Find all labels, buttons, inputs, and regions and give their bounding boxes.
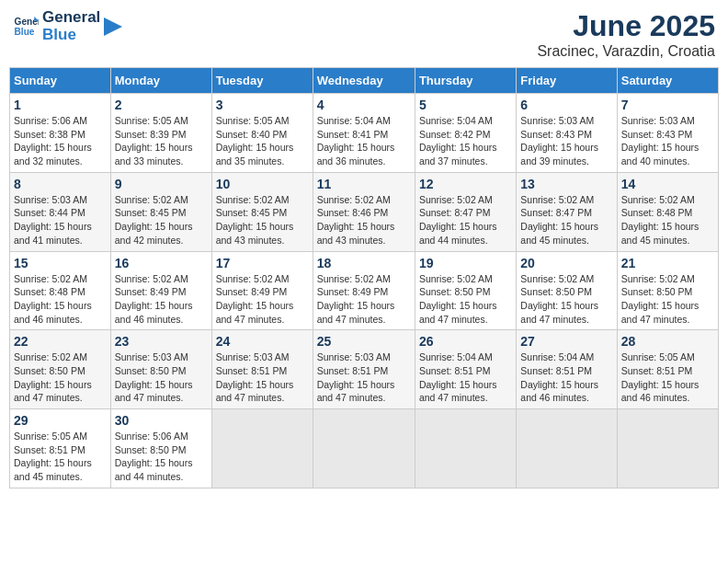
day-info: Sunrise: 5:04 AMSunset: 8:51 PMDaylight:… bbox=[419, 350, 512, 405]
calendar-cell: 30Sunrise: 5:06 AMSunset: 8:50 PMDayligh… bbox=[110, 409, 211, 488]
day-number: 16 bbox=[115, 256, 208, 270]
day-number: 23 bbox=[115, 334, 208, 349]
header-saturday: Saturday bbox=[617, 68, 718, 94]
week-row-3: 15Sunrise: 5:02 AMSunset: 8:48 PMDayligh… bbox=[10, 251, 719, 330]
calendar-cell: 20Sunrise: 5:02 AMSunset: 8:50 PMDayligh… bbox=[517, 251, 617, 330]
calendar-cell: 11Sunrise: 5:02 AMSunset: 8:46 PMDayligh… bbox=[313, 172, 415, 251]
logo-arrow-icon bbox=[104, 17, 122, 36]
day-info: Sunrise: 5:02 AMSunset: 8:48 PMDaylight:… bbox=[621, 193, 714, 247]
calendar-cell: 16Sunrise: 5:02 AMSunset: 8:49 PMDayligh… bbox=[110, 251, 211, 330]
day-number: 10 bbox=[216, 177, 309, 191]
calendar-cell: 19Sunrise: 5:02 AMSunset: 8:50 PMDayligh… bbox=[415, 251, 516, 330]
day-number: 2 bbox=[115, 98, 208, 112]
header-sunday: Sunday bbox=[10, 68, 111, 94]
title-area: June 2025 Sracinec, Varazdin, Croatia bbox=[537, 9, 715, 60]
day-info: Sunrise: 5:02 AMSunset: 8:45 PMDaylight:… bbox=[115, 193, 208, 247]
day-number: 9 bbox=[115, 177, 208, 191]
day-info: Sunrise: 5:02 AMSunset: 8:46 PMDaylight:… bbox=[317, 193, 411, 247]
logo-general: General bbox=[42, 9, 100, 27]
header-tuesday: Tuesday bbox=[211, 68, 313, 94]
week-row-5: 29Sunrise: 5:05 AMSunset: 8:51 PMDayligh… bbox=[10, 409, 719, 488]
calendar-cell: 8Sunrise: 5:03 AMSunset: 8:44 PMDaylight… bbox=[10, 172, 111, 251]
day-info: Sunrise: 5:02 AMSunset: 8:49 PMDaylight:… bbox=[216, 272, 309, 327]
day-info: Sunrise: 5:02 AMSunset: 8:50 PMDaylight:… bbox=[621, 272, 714, 327]
day-number: 15 bbox=[14, 256, 107, 270]
day-number: 7 bbox=[621, 98, 714, 112]
day-number: 12 bbox=[419, 177, 512, 191]
calendar-cell: 25Sunrise: 5:03 AMSunset: 8:51 PMDayligh… bbox=[313, 330, 415, 409]
day-info: Sunrise: 5:06 AMSunset: 8:50 PMDaylight:… bbox=[115, 430, 208, 484]
day-info: Sunrise: 5:03 AMSunset: 8:50 PMDaylight:… bbox=[115, 350, 208, 405]
logo-blue: Blue bbox=[42, 27, 100, 44]
calendar-cell bbox=[517, 409, 617, 488]
day-info: Sunrise: 5:04 AMSunset: 8:42 PMDaylight:… bbox=[419, 114, 512, 168]
calendar-cell: 23Sunrise: 5:03 AMSunset: 8:50 PMDayligh… bbox=[110, 330, 211, 409]
day-info: Sunrise: 5:05 AMSunset: 8:51 PMDaylight:… bbox=[621, 350, 714, 405]
day-info: Sunrise: 5:04 AMSunset: 8:51 PMDaylight:… bbox=[520, 350, 612, 405]
day-number: 3 bbox=[216, 98, 309, 112]
day-number: 24 bbox=[216, 334, 309, 349]
day-number: 1 bbox=[14, 98, 107, 112]
calendar-cell: 1Sunrise: 5:06 AMSunset: 8:38 PMDaylight… bbox=[10, 94, 111, 173]
header-friday: Friday bbox=[517, 68, 617, 94]
sub-title: Sracinec, Varazdin, Croatia bbox=[537, 43, 715, 60]
header-monday: Monday bbox=[110, 68, 211, 94]
day-number: 13 bbox=[520, 177, 612, 191]
day-info: Sunrise: 5:02 AMSunset: 8:47 PMDaylight:… bbox=[520, 193, 612, 247]
day-number: 5 bbox=[419, 98, 512, 112]
calendar-cell: 26Sunrise: 5:04 AMSunset: 8:51 PMDayligh… bbox=[415, 330, 516, 409]
day-info: Sunrise: 5:05 AMSunset: 8:39 PMDaylight:… bbox=[115, 114, 208, 168]
header-wednesday: Wednesday bbox=[313, 68, 415, 94]
day-number: 19 bbox=[419, 256, 512, 270]
day-number: 22 bbox=[14, 334, 107, 349]
day-number: 20 bbox=[520, 256, 612, 270]
calendar-cell bbox=[313, 409, 415, 488]
calendar-cell: 4Sunrise: 5:04 AMSunset: 8:41 PMDaylight… bbox=[313, 94, 415, 173]
calendar-cell: 5Sunrise: 5:04 AMSunset: 8:42 PMDaylight… bbox=[415, 94, 516, 173]
calendar-cell: 22Sunrise: 5:02 AMSunset: 8:50 PMDayligh… bbox=[10, 330, 111, 409]
day-info: Sunrise: 5:03 AMSunset: 8:43 PMDaylight:… bbox=[520, 114, 612, 168]
day-number: 27 bbox=[520, 334, 612, 349]
calendar-cell: 21Sunrise: 5:02 AMSunset: 8:50 PMDayligh… bbox=[617, 251, 718, 330]
header-row: SundayMondayTuesdayWednesdayThursdayFrid… bbox=[10, 68, 719, 94]
calendar-cell: 13Sunrise: 5:02 AMSunset: 8:47 PMDayligh… bbox=[517, 172, 617, 251]
calendar-cell: 28Sunrise: 5:05 AMSunset: 8:51 PMDayligh… bbox=[617, 330, 718, 409]
day-info: Sunrise: 5:02 AMSunset: 8:49 PMDaylight:… bbox=[317, 272, 411, 327]
day-number: 6 bbox=[520, 98, 612, 112]
calendar-cell: 17Sunrise: 5:02 AMSunset: 8:49 PMDayligh… bbox=[211, 251, 313, 330]
svg-text:Blue: Blue bbox=[15, 27, 35, 37]
calendar-cell: 15Sunrise: 5:02 AMSunset: 8:48 PMDayligh… bbox=[10, 251, 111, 330]
day-number: 25 bbox=[317, 334, 411, 349]
day-number: 21 bbox=[621, 256, 714, 270]
day-number: 17 bbox=[216, 256, 309, 270]
svg-marker-4 bbox=[104, 17, 122, 36]
day-info: Sunrise: 5:06 AMSunset: 8:38 PMDaylight:… bbox=[14, 114, 107, 168]
header: General Blue General Blue June 2025 Srac… bbox=[9, 9, 719, 60]
day-info: Sunrise: 5:03 AMSunset: 8:51 PMDaylight:… bbox=[216, 350, 309, 405]
calendar-cell: 3Sunrise: 5:05 AMSunset: 8:40 PMDaylight… bbox=[211, 94, 313, 173]
calendar-cell: 10Sunrise: 5:02 AMSunset: 8:45 PMDayligh… bbox=[211, 172, 313, 251]
day-info: Sunrise: 5:03 AMSunset: 8:43 PMDaylight:… bbox=[621, 114, 714, 168]
day-info: Sunrise: 5:05 AMSunset: 8:40 PMDaylight:… bbox=[216, 114, 309, 168]
calendar-cell: 6Sunrise: 5:03 AMSunset: 8:43 PMDaylight… bbox=[517, 94, 617, 173]
day-number: 11 bbox=[317, 177, 411, 191]
day-info: Sunrise: 5:05 AMSunset: 8:51 PMDaylight:… bbox=[14, 430, 107, 484]
day-info: Sunrise: 5:03 AMSunset: 8:51 PMDaylight:… bbox=[317, 350, 411, 405]
logo: General Blue General Blue bbox=[13, 9, 122, 43]
calendar-cell bbox=[211, 409, 313, 488]
calendar-cell: 7Sunrise: 5:03 AMSunset: 8:43 PMDaylight… bbox=[617, 94, 718, 173]
week-row-4: 22Sunrise: 5:02 AMSunset: 8:50 PMDayligh… bbox=[10, 330, 719, 409]
calendar-cell: 9Sunrise: 5:02 AMSunset: 8:45 PMDaylight… bbox=[110, 172, 211, 251]
calendar-table: SundayMondayTuesdayWednesdayThursdayFrid… bbox=[9, 67, 719, 488]
calendar-cell: 29Sunrise: 5:05 AMSunset: 8:51 PMDayligh… bbox=[10, 409, 111, 488]
day-info: Sunrise: 5:02 AMSunset: 8:50 PMDaylight:… bbox=[520, 272, 612, 327]
day-info: Sunrise: 5:02 AMSunset: 8:45 PMDaylight:… bbox=[216, 193, 309, 247]
header-thursday: Thursday bbox=[415, 68, 516, 94]
day-number: 18 bbox=[317, 256, 411, 270]
week-row-1: 1Sunrise: 5:06 AMSunset: 8:38 PMDaylight… bbox=[10, 94, 719, 173]
calendar-cell: 27Sunrise: 5:04 AMSunset: 8:51 PMDayligh… bbox=[517, 330, 617, 409]
calendar-cell: 12Sunrise: 5:02 AMSunset: 8:47 PMDayligh… bbox=[415, 172, 516, 251]
day-info: Sunrise: 5:03 AMSunset: 8:44 PMDaylight:… bbox=[14, 193, 107, 247]
day-number: 28 bbox=[621, 334, 714, 349]
calendar-cell: 2Sunrise: 5:05 AMSunset: 8:39 PMDaylight… bbox=[110, 94, 211, 173]
